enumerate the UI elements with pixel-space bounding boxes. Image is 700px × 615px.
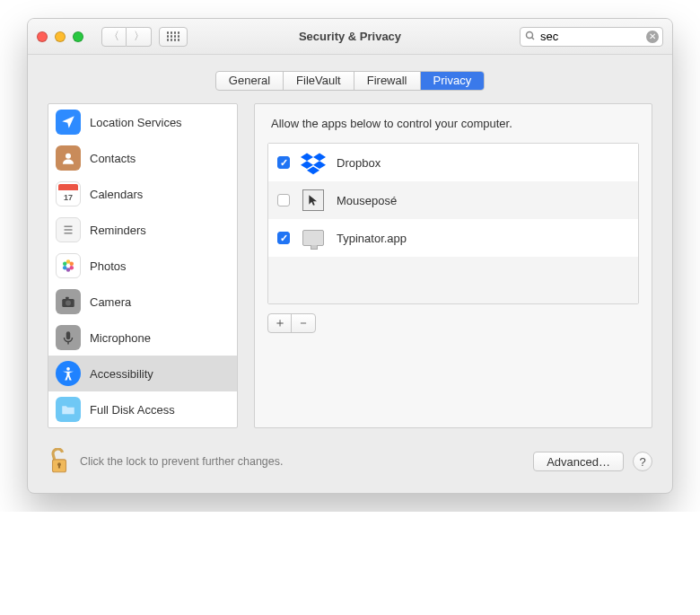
sidebar-item-fulldisk[interactable]: Full Disk Access	[48, 391, 237, 427]
svg-marker-22	[307, 166, 319, 174]
sidebar-item-photos[interactable]: Photos	[48, 248, 237, 284]
forward-button[interactable]: 〉	[127, 27, 152, 47]
grid-icon	[167, 31, 180, 41]
sidebar-item-label: Accessibility	[90, 367, 153, 381]
remove-button[interactable]: －	[292, 314, 315, 332]
sidebar-item-camera[interactable]: Camera	[48, 284, 237, 320]
nav-buttons: 〈 〉	[101, 27, 152, 47]
advanced-button[interactable]: Advanced…	[533, 452, 624, 471]
sidebar-item-label: Location Services	[90, 116, 182, 129]
back-button[interactable]: 〈	[101, 27, 127, 47]
chevron-right-icon: 〉	[134, 29, 144, 44]
app-name-label: Mouseposé	[337, 194, 397, 207]
svg-marker-21	[313, 161, 326, 169]
chevron-left-icon: 〈	[109, 29, 119, 44]
sidebar-item-contacts[interactable]: Contacts	[48, 140, 237, 176]
sidebar-item-reminders[interactable]: Reminders	[48, 212, 237, 248]
panel-description: Allow the apps below to control your com…	[267, 117, 639, 130]
advanced-button-label: Advanced…	[547, 455, 610, 469]
svg-point-6	[66, 259, 71, 264]
footer: Click the lock to prevent further change…	[28, 444, 672, 493]
tab-filevault[interactable]: FileVault	[284, 72, 354, 90]
svg-rect-25	[58, 464, 60, 468]
sidebar-item-label: Calendars	[90, 188, 143, 201]
sidebar-item-location[interactable]: Location Services	[48, 104, 237, 140]
svg-line-1	[532, 37, 535, 40]
folder-icon	[56, 397, 81, 422]
lock-icon	[48, 448, 71, 475]
svg-point-8	[70, 266, 74, 270]
tab-row: General FileVault Firewall Privacy	[28, 55, 672, 103]
app-name-label: Typinator.app	[337, 232, 407, 245]
add-button[interactable]: ＋	[268, 314, 292, 332]
svg-point-7	[70, 262, 74, 267]
tab-general[interactable]: General	[216, 72, 284, 90]
minimize-window-button[interactable]	[55, 31, 66, 42]
dropbox-icon	[301, 150, 326, 175]
typinator-icon	[301, 225, 326, 250]
svg-point-2	[66, 154, 71, 159]
titlebar: 〈 〉 Security & Privacy ✕	[28, 19, 672, 55]
sidebar-item-label: Full Disk Access	[90, 403, 175, 417]
content-area: Location Services Contacts 17 Calendars	[28, 103, 672, 444]
search-field-wrap[interactable]: ✕	[520, 27, 663, 47]
show-all-button[interactable]	[159, 27, 188, 47]
sidebar-item-label: Photos	[90, 259, 126, 273]
camera-icon	[56, 289, 81, 314]
sidebar-item-accessibility[interactable]: Accessibility	[48, 356, 237, 391]
svg-point-17	[66, 367, 70, 371]
sidebar-item-label: Camera	[90, 295, 131, 309]
sidebar-item-calendars[interactable]: 17 Calendars	[48, 176, 237, 212]
lock-text: Click the lock to prevent further change…	[80, 455, 284, 468]
window-controls	[37, 31, 94, 42]
tab-privacy[interactable]: Privacy	[421, 72, 485, 90]
tabs: General FileVault Firewall Privacy	[215, 71, 485, 91]
sidebar-item-label: Reminders	[90, 224, 146, 237]
microphone-icon	[56, 325, 81, 350]
location-icon	[56, 110, 81, 135]
app-row-typinator[interactable]: Typinator.app	[268, 219, 638, 257]
app-row-dropbox[interactable]: Dropbox	[268, 144, 638, 181]
svg-point-10	[63, 266, 67, 270]
checkbox-dropbox[interactable]	[277, 156, 290, 169]
contacts-icon	[56, 145, 81, 171]
svg-point-0	[527, 31, 533, 38]
preferences-window: 〈 〉 Security & Privacy ✕ General FileV	[27, 18, 673, 494]
checkbox-mousepose[interactable]	[277, 194, 290, 206]
svg-rect-14	[66, 297, 69, 299]
lock-area[interactable]: Click the lock to prevent further change…	[48, 448, 284, 475]
app-list: Dropbox Mouseposé	[267, 143, 639, 304]
photos-icon	[56, 253, 81, 278]
app-row-mousepose[interactable]: Mouseposé	[268, 181, 638, 219]
mousepose-icon	[301, 188, 326, 213]
app-row-empty	[268, 257, 638, 303]
app-name-label: Dropbox	[337, 156, 381, 170]
calendar-icon: 17	[56, 181, 81, 206]
checkbox-typinator[interactable]	[277, 232, 290, 244]
svg-point-9	[66, 268, 71, 272]
svg-marker-18	[301, 154, 313, 162]
svg-marker-20	[301, 161, 313, 169]
accessibility-icon	[56, 361, 81, 386]
window-title: Security & Privacy	[299, 30, 401, 43]
reminders-icon	[56, 217, 81, 242]
footer-buttons: Advanced… ?	[533, 452, 652, 471]
svg-point-11	[63, 262, 67, 267]
svg-rect-15	[66, 331, 71, 339]
search-icon	[525, 31, 536, 44]
add-remove-buttons: ＋ －	[267, 313, 316, 333]
privacy-panel: Allow the apps below to control your com…	[254, 103, 652, 428]
sidebar-item-label: Microphone	[90, 331, 151, 345]
svg-point-13	[66, 301, 71, 306]
sidebar-item-label: Contacts	[90, 152, 136, 165]
zoom-window-button[interactable]	[73, 31, 83, 42]
tab-firewall[interactable]: Firewall	[354, 72, 421, 90]
sidebar-item-microphone[interactable]: Microphone	[48, 320, 237, 356]
privacy-sidebar: Location Services Contacts 17 Calendars	[48, 103, 238, 428]
clear-search-button[interactable]: ✕	[646, 31, 659, 43]
close-window-button[interactable]	[37, 31, 48, 42]
help-button[interactable]: ?	[633, 452, 652, 471]
search-input[interactable]	[540, 30, 644, 43]
svg-marker-19	[313, 154, 326, 162]
